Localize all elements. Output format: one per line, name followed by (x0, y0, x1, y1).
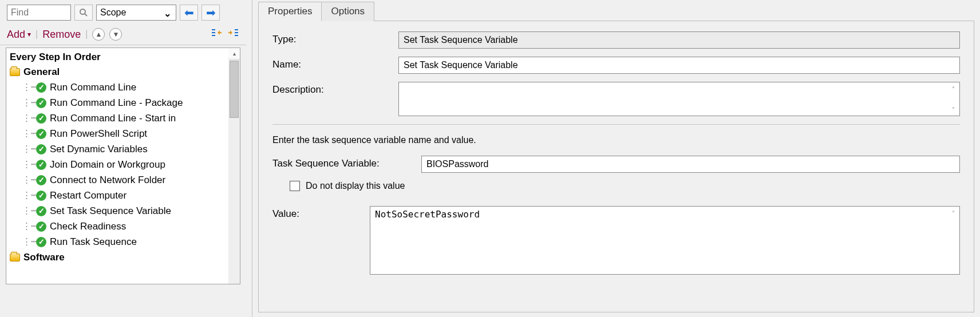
name-field[interactable] (398, 57, 960, 74)
arrow-left-icon: ⬅ (184, 6, 194, 19)
tree-item-label: Run Command Line (50, 80, 136, 95)
check-circle-icon: ✓ (36, 98, 46, 108)
tree-connector-icon: ⋮⋯ (22, 203, 36, 219)
folder-label: Software (23, 249, 65, 265)
tree-item[interactable]: ⋮⋯ ✓ Run Command Line - Start in (9, 110, 240, 126)
check-circle-icon: ✓ (36, 113, 46, 124)
move-in-button[interactable] (228, 27, 240, 41)
folder-icon (10, 253, 20, 261)
check-circle-icon: ✓ (36, 160, 46, 170)
find-input[interactable] (7, 5, 71, 21)
nav-prev-button[interactable]: ⬅ (180, 5, 198, 21)
remove-label: Remove (42, 29, 81, 41)
variable-instruction: Enter the task sequence variable name an… (272, 135, 960, 145)
tab-options[interactable]: Options (321, 2, 374, 21)
tree-item-label: Set Dynamic Variables (50, 141, 148, 157)
value-field[interactable] (370, 206, 960, 275)
double-chevron-up-icon: ▲ (95, 30, 102, 38)
value-label: Value: (272, 206, 370, 220)
tree-item-label: Run Command Line - Start in (50, 110, 176, 126)
tree-item[interactable]: ⋮⋯ ✓ Run Command Line - Package (9, 95, 240, 110)
scope-label: Scope (100, 7, 126, 18)
description-label: Description: (272, 82, 398, 96)
tree-item[interactable]: ⋮⋯ ✓ Join Domain or Workgroup (9, 157, 240, 172)
properties-tab-body: Type: Name: Description: ˄ ˅ Enter the t… (258, 21, 974, 312)
variable-field[interactable] (421, 156, 960, 173)
type-field (398, 31, 960, 49)
tree-item[interactable]: ⋮⋯ ✓ Run PowerShell Script (9, 126, 240, 141)
check-circle-icon: ✓ (36, 221, 46, 232)
remove-button[interactable]: Remove (42, 29, 81, 41)
separator: | (85, 29, 88, 39)
add-button[interactable]: Add ▾ (7, 29, 31, 41)
check-circle-icon: ✓ (36, 82, 46, 93)
nav-next-button[interactable]: ➡ (201, 5, 220, 21)
tree-item-label: Connect to Network Folder (50, 172, 165, 188)
tab-strip: Properties Options (258, 1, 980, 21)
search-button[interactable] (74, 5, 93, 21)
indent-icon (228, 27, 240, 39)
find-toolbar: Scope ⌄ ⬅ ➡ (0, 0, 246, 24)
tree-connector-icon: ⋮⋯ (22, 188, 36, 203)
do-not-display-checkbox[interactable] (290, 181, 300, 191)
tree-connector-icon: ⋮⋯ (22, 95, 36, 110)
description-field[interactable] (398, 82, 960, 116)
tab-label: Options (331, 6, 365, 17)
tree-connector-icon: ⋮⋯ (22, 172, 36, 188)
scroll-up-button[interactable]: ▴ (228, 48, 240, 60)
collapse-all-button[interactable]: ▲ (92, 28, 105, 41)
tree-item[interactable]: ⋮⋯ ✓ Run Command Line (9, 80, 240, 95)
scope-select[interactable]: Scope ⌄ (96, 5, 176, 21)
tab-label: Properties (268, 6, 312, 17)
tree-item[interactable]: ⋮⋯ ✓ Check Readiness (9, 219, 240, 234)
chevron-up-icon: ▴ (233, 50, 236, 57)
tree-item[interactable]: ⋮⋯ ✓ Connect to Network Folder (9, 172, 240, 188)
tree-item-label: Run Command Line - Package (50, 95, 183, 110)
name-label: Name: (272, 57, 398, 70)
tab-properties[interactable]: Properties (258, 2, 322, 21)
arrow-right-icon: ➡ (206, 6, 216, 19)
expand-all-button[interactable]: ▼ (109, 28, 122, 41)
tree-item-label: Set Task Sequence Variable (50, 203, 171, 219)
tree-folder-software[interactable]: Software (9, 249, 240, 265)
tree-connector-icon: ⋮⋯ (22, 126, 36, 141)
tree-scrollbar[interactable]: ▴ (228, 48, 240, 284)
svg-point-0 (80, 9, 85, 14)
tree-item-label: Join Domain or Workgroup (50, 157, 165, 172)
tree-item[interactable]: ⋮⋯ ✓ Set Task Sequence Variable (9, 203, 240, 219)
tree-folder-general[interactable]: General (9, 64, 240, 80)
tree-item[interactable]: ⋮⋯ ✓ Set Dynamic Variables (9, 141, 240, 157)
edit-toolbar: Add ▾ | Remove | ▲ ▼ (0, 24, 246, 45)
section-divider (272, 124, 960, 125)
do-not-display-label: Do not display this value (306, 181, 405, 191)
check-circle-icon: ✓ (36, 191, 46, 201)
tree-connector-icon: ⋮⋯ (22, 157, 36, 172)
tree-item[interactable]: ⋮⋯ ✓ Run Task Sequence (9, 234, 240, 249)
dropdown-caret-icon: ▾ (27, 30, 31, 38)
magnifier-icon (79, 8, 88, 17)
add-label: Add (7, 29, 25, 41)
check-circle-icon: ✓ (36, 175, 46, 185)
move-out-button[interactable] (210, 27, 222, 41)
check-circle-icon: ✓ (36, 144, 46, 154)
tree-connector-icon: ⋮⋯ (22, 219, 36, 234)
svg-line-1 (85, 14, 87, 16)
separator: | (35, 29, 38, 39)
variable-label: Task Sequence Variable: (272, 156, 421, 169)
right-panel: Properties Options Type: Name: Descripti… (252, 0, 980, 317)
check-circle-icon: ✓ (36, 129, 46, 139)
tree-connector-icon: ⋮⋯ (22, 234, 36, 249)
scroll-thumb[interactable] (230, 61, 239, 118)
tree-item-label: Run PowerShell Script (50, 126, 147, 141)
tree-item[interactable]: ⋮⋯ ✓ Restart Computer (9, 188, 240, 203)
check-circle-icon: ✓ (36, 237, 46, 247)
folder-icon (10, 68, 20, 76)
check-circle-icon: ✓ (36, 206, 46, 216)
type-label: Type: (272, 31, 398, 45)
step-tree[interactable]: Every Step In Order General ⋮⋯ ✓ Run Com… (6, 47, 240, 284)
left-panel: Scope ⌄ ⬅ ➡ Add ▾ | Remove | ▲ ▼ (0, 0, 246, 317)
outdent-icon (210, 27, 222, 39)
tree-item-label: Restart Computer (50, 188, 127, 203)
chevron-up-icon: ˄ (949, 84, 958, 93)
tree-item-label: Check Readiness (50, 219, 126, 234)
